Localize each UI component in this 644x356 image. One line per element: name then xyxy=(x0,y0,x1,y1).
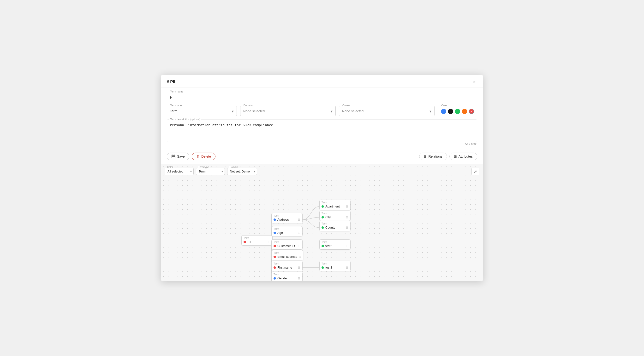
node-email[interactable]: TermEmail address⊞ xyxy=(271,250,303,260)
term-type-filter-label: Term type xyxy=(198,166,210,169)
owner-select[interactable]: None selected xyxy=(342,108,432,114)
node-dot-test3 xyxy=(322,266,324,269)
node-type-county: Term xyxy=(320,221,350,225)
node-label-text-firstname: First name xyxy=(277,266,292,269)
color-label: Color xyxy=(440,104,448,107)
node-firstname[interactable]: TermFirst name⊞ xyxy=(271,261,302,271)
close-button[interactable]: × xyxy=(472,79,477,85)
form-section: Term name Term type Term ▾ Domain xyxy=(161,87,483,146)
description-label: Term description (optional) xyxy=(170,118,201,121)
delete-icon: 🗑 xyxy=(196,155,200,158)
delete-button[interactable]: 🗑 Delete xyxy=(192,153,216,160)
domain-select-wrapper: None selected ▾ xyxy=(243,108,332,114)
domain-select[interactable]: None selected xyxy=(243,108,332,114)
node-type-test2: Term xyxy=(320,240,350,244)
node-type-pii: Term xyxy=(242,235,272,240)
node-test2[interactable]: Termtest2⊞ xyxy=(319,239,350,250)
node-type-address: Term xyxy=(272,213,302,217)
expand-button[interactable]: ⤢ xyxy=(472,168,479,175)
node-dot-pii xyxy=(244,241,246,243)
node-type-test3: Term xyxy=(320,261,350,265)
node-address[interactable]: TermAddress⊞ xyxy=(271,213,302,223)
node-dot-city xyxy=(322,216,324,218)
domain-filter: Domain Not set, Demo ▾ xyxy=(227,168,257,175)
term-name-label: Term name xyxy=(170,90,184,93)
node-open-icon-pii[interactable]: ⊞ xyxy=(268,240,270,244)
node-open-icon-email[interactable]: ⊞ xyxy=(298,255,301,258)
term-type-select[interactable]: Term xyxy=(170,108,234,114)
node-test3[interactable]: Termtest3⊞ xyxy=(319,261,350,271)
node-age[interactable]: TermAge⊞ xyxy=(271,226,302,236)
node-type-age: Term xyxy=(272,226,302,230)
node-open-icon-test2[interactable]: ⊞ xyxy=(346,244,348,248)
node-open-icon-customerid[interactable]: ⊞ xyxy=(298,244,300,248)
save-button[interactable]: 💾 Save xyxy=(167,153,189,160)
node-open-icon-apartment[interactable]: ⊞ xyxy=(346,205,348,208)
node-label-age: Age⊞ xyxy=(272,230,302,236)
node-type-gender: Term xyxy=(272,272,302,276)
modal-title: # PII xyxy=(167,80,175,84)
node-dot-test2 xyxy=(322,245,324,247)
domain-label: Domain xyxy=(243,104,254,107)
node-label-text-email: Email address xyxy=(277,255,297,258)
delete-label: Delete xyxy=(201,155,211,158)
modal-container: # PII × Term name Term type Term ▾ xyxy=(161,75,483,281)
node-type-city: Term xyxy=(320,211,350,215)
node-label-address: Address⊞ xyxy=(272,217,302,223)
term-name-input[interactable] xyxy=(170,94,474,101)
node-dot-apartment xyxy=(322,205,324,208)
node-label-test3: test3⊞ xyxy=(320,265,350,271)
term-type-filter: Term type Term ▾ xyxy=(196,168,225,175)
node-type-customerid: Term xyxy=(272,240,302,244)
term-type-field: Term type Term ▾ xyxy=(167,106,237,116)
node-pii[interactable]: TermPII⊞ xyxy=(242,235,272,246)
node-open-icon-county[interactable]: ⊞ xyxy=(346,226,348,229)
node-label-text-apartment: Apartment xyxy=(325,205,340,208)
color-filter-select[interactable]: All selected xyxy=(165,168,194,175)
node-dot-email xyxy=(274,256,276,258)
color-black[interactable] xyxy=(448,109,453,114)
owner-field: Owner None selected ▾ xyxy=(339,106,434,116)
attributes-button[interactable]: ⊟ Attributes xyxy=(450,153,477,160)
term-name-field: Term name xyxy=(167,92,477,102)
node-label-text-test3: test3 xyxy=(325,266,332,269)
action-right: ⊞ Relations ⊟ Attributes xyxy=(419,153,477,160)
node-open-icon-city[interactable]: ⊞ xyxy=(346,215,348,219)
domain-filter-select[interactable]: Not set, Demo xyxy=(227,168,257,175)
node-city[interactable]: TermCity⊞ xyxy=(319,211,350,221)
term-name-wrapper: Term name xyxy=(167,92,477,102)
color-green[interactable] xyxy=(455,109,460,114)
node-label-apartment: Apartment⊞ xyxy=(320,204,350,210)
save-label: Save xyxy=(177,155,185,158)
node-label-text-county: County xyxy=(325,226,335,229)
node-label-text-gender: Gender xyxy=(277,276,288,280)
node-open-icon-test3[interactable]: ⊞ xyxy=(346,266,348,269)
description-textarea[interactable]: Personal information attributes for GDPR… xyxy=(170,122,474,140)
node-label-test2: test2⊞ xyxy=(320,244,350,249)
node-label-text-city: City xyxy=(325,215,331,219)
color-blue[interactable] xyxy=(441,109,446,114)
color-field: Color ✓ xyxy=(438,106,477,116)
node-label-county: County⊞ xyxy=(320,225,350,231)
node-label-customerid: Customer ID⊞ xyxy=(272,244,302,249)
node-dot-customerid xyxy=(274,245,276,247)
term-type-filter-select[interactable]: Term xyxy=(196,168,225,175)
node-open-icon-age[interactable]: ⊞ xyxy=(298,231,300,234)
node-open-icon-gender[interactable]: ⊞ xyxy=(298,276,300,280)
node-customerid[interactable]: TermCustomer ID⊞ xyxy=(271,239,302,250)
node-gender[interactable]: TermGender⊞ xyxy=(271,272,302,281)
domain-filter-label: Domain xyxy=(229,166,238,169)
node-county[interactable]: TermCounty⊞ xyxy=(319,221,350,231)
node-open-icon-address[interactable]: ⊞ xyxy=(298,218,300,221)
node-label-text-test2: test2 xyxy=(325,244,332,248)
action-left: 💾 Save 🗑 Delete xyxy=(167,153,216,160)
node-open-icon-firstname[interactable]: ⊞ xyxy=(298,266,300,269)
relations-label: Relations xyxy=(428,155,442,158)
relations-button[interactable]: ⊞ Relations xyxy=(419,153,447,160)
node-label-city: City⊞ xyxy=(320,215,350,221)
color-red[interactable]: ✓ xyxy=(469,109,474,114)
node-apartment[interactable]: TermApartment⊞ xyxy=(319,200,350,210)
domain-field: Domain None selected ▾ xyxy=(240,106,336,116)
attributes-icon: ⊟ xyxy=(454,155,457,158)
color-orange[interactable] xyxy=(462,109,467,114)
